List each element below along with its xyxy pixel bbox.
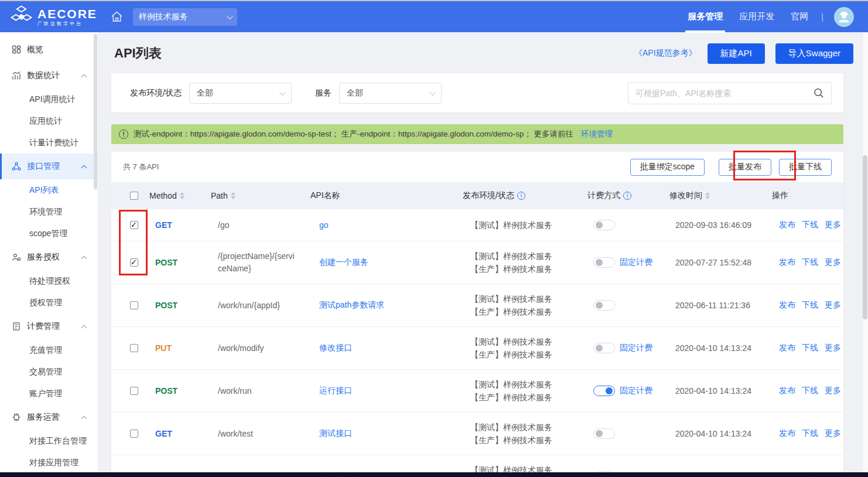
sidebar-item-metering-billing-stats[interactable]: 计量计费统计 (0, 132, 98, 154)
info-icon[interactable] (623, 192, 631, 200)
sidebar-item-transaction-mgmt[interactable]: 交易管理 (0, 361, 98, 383)
action-offline-link[interactable]: 下线 (802, 343, 818, 353)
chevron-down-icon (227, 12, 233, 19)
sidebar-item-connected-app-mgmt[interactable]: 对接应用管理 (0, 452, 98, 473)
action-publish-link[interactable]: 发布 (779, 220, 795, 230)
sidebar-item-account-mgmt[interactable]: 账户管理 (0, 383, 98, 404)
nav-item-app-dev[interactable]: 应用开发 (731, 1, 782, 33)
search-icon[interactable] (813, 87, 824, 98)
action-publish-link[interactable]: 发布 (779, 343, 795, 353)
column-header-1[interactable]: Path (211, 191, 310, 200)
api-icon (12, 162, 21, 171)
import-swagger-button[interactable]: 导入Swagger (775, 43, 853, 64)
api-name-link[interactable]: 测试接口 (310, 428, 352, 438)
action-offline-link[interactable]: 下线 (802, 386, 818, 396)
sort-icon[interactable] (231, 192, 235, 199)
api-name-link[interactable]: 修改接口 (310, 343, 352, 352)
sort-icon[interactable] (705, 192, 710, 199)
billing-toggle[interactable] (593, 343, 615, 353)
table-row: GET /work/test 测试接口 【测试】样例技术服务 【生产】样例技术服… (111, 412, 843, 455)
action-more-link[interactable]: 更多 (825, 257, 841, 268)
action-offline-link[interactable]: 下线 (802, 220, 818, 230)
billing-toggle[interactable] (593, 386, 615, 396)
sidebar-item-billing-mgmt[interactable]: 计费管理 (0, 314, 98, 339)
sidebar-item-env-mgmt[interactable]: 环境管理 (0, 201, 98, 223)
env-cell: 【测试】样例技术服务 【生产】样例技术服务 (463, 378, 587, 404)
stats-icon (12, 71, 21, 80)
page-scrollbar[interactable] (862, 32, 868, 472)
sidebar-item-service-ops[interactable]: 服务运营 (0, 404, 98, 430)
sidebar-item-scope-mgmt[interactable]: scope管理 (0, 223, 98, 244)
action-more-link[interactable]: 更多 (825, 300, 841, 311)
sidebar-item-api-call-stats[interactable]: API调用统计 (0, 88, 98, 110)
billing-label: 固定计费 (620, 386, 652, 396)
billing-toggle[interactable] (593, 300, 615, 311)
sidebar-item-recharge-mgmt[interactable]: 充值管理 (0, 339, 98, 361)
api-name-link[interactable]: 测试path参数请求 (310, 300, 384, 309)
sidebar-item-api-mgmt[interactable]: 接口管理 (0, 154, 98, 179)
row-checkbox[interactable] (130, 301, 138, 309)
select-all-checkbox[interactable] (130, 192, 138, 200)
create-api-button[interactable]: 新建API (708, 43, 765, 64)
env-mgmt-link[interactable]: 环境管理 (581, 129, 613, 139)
modified-time-cell: 2020-04-10 14:13:24 (669, 386, 772, 396)
search-input[interactable] (635, 88, 808, 98)
action-offline-link[interactable]: 下线 (802, 300, 818, 311)
action-offline-link[interactable]: 下线 (802, 257, 818, 268)
column-header-6: 操作 (772, 190, 843, 201)
sidebar-item-workbench-mgmt[interactable]: 对接工作台管理 (0, 430, 98, 452)
api-name-link[interactable]: 运行接口 (310, 386, 352, 395)
overview-icon (12, 45, 21, 54)
billing-toggle[interactable] (593, 220, 615, 230)
row-checkbox[interactable] (130, 344, 138, 352)
row-checkbox[interactable] (130, 258, 138, 267)
column-header-0[interactable]: Method (149, 191, 211, 200)
path-cell: /work/test (211, 428, 310, 440)
batch-bind-scope-button[interactable]: 批量绑定scope (630, 159, 705, 176)
env-cell: 【测试】样例技术服务 【生产】样例技术服务 (463, 250, 587, 276)
sidebar-item-pending-auth[interactable]: 待处理授权 (0, 270, 98, 292)
api-spec-link[interactable]: 《API规范参考》 (634, 48, 697, 59)
batch-publish-button[interactable]: 批量发布 (719, 159, 771, 176)
api-name-link[interactable]: go (310, 220, 329, 230)
column-header-5[interactable]: 修改时间 (669, 190, 772, 201)
top-nav: 服务管理应用开发官网 (679, 1, 816, 33)
service-filter-select[interactable]: 全部 (339, 83, 442, 104)
action-more-link[interactable]: 更多 (825, 386, 841, 396)
avatar[interactable] (834, 7, 854, 27)
row-checkbox[interactable] (130, 221, 138, 229)
service-selector[interactable]: 样例技术服务 (133, 8, 237, 26)
nav-item-service-mgmt[interactable]: 服务管理 (679, 1, 731, 33)
sidebar-item-overview[interactable]: 概览 (0, 37, 98, 63)
row-checkbox[interactable] (130, 430, 138, 438)
row-checkbox[interactable] (130, 387, 138, 395)
sidebar-scrollbar[interactable] (94, 34, 97, 189)
action-more-link[interactable]: 更多 (825, 343, 841, 353)
sidebar-item-service-auth[interactable]: 服务授权 (0, 244, 98, 270)
page-scrollbar-thumb[interactable] (863, 155, 867, 319)
action-offline-link[interactable]: 下线 (802, 428, 818, 439)
api-name-link[interactable]: 创建一个服务 (310, 257, 368, 267)
env-filter-select[interactable]: 全部 (189, 83, 292, 104)
action-more-link[interactable]: 更多 (825, 220, 841, 230)
sidebar-item-label: 计费管理 (27, 321, 60, 332)
action-publish-link[interactable]: 发布 (779, 257, 795, 268)
billing-toggle[interactable] (593, 428, 615, 439)
action-more-link[interactable]: 更多 (825, 428, 841, 439)
sidebar-item-data-stats[interactable]: 数据统计 (0, 63, 98, 88)
batch-offline-button[interactable]: 批量下线 (779, 159, 832, 176)
sidebar-item-auth-mgmt[interactable]: 授权管理 (0, 292, 98, 314)
sort-icon[interactable] (180, 192, 184, 199)
action-publish-link[interactable]: 发布 (779, 386, 795, 396)
row-actions: 发布下线更多 (772, 343, 843, 353)
action-publish-link[interactable]: 发布 (779, 428, 795, 439)
row-actions: 发布下线更多 (772, 220, 843, 230)
nav-item-official-site[interactable]: 官网 (782, 1, 816, 33)
info-icon[interactable] (517, 192, 525, 200)
sidebar-item-label: 服务授权 (27, 252, 60, 263)
sidebar-item-api-list[interactable]: API列表 (0, 179, 98, 201)
billing-toggle[interactable] (593, 257, 615, 268)
sidebar-item-app-stats[interactable]: 应用统计 (0, 110, 98, 132)
home-icon[interactable] (110, 10, 124, 23)
action-publish-link[interactable]: 发布 (779, 300, 795, 311)
